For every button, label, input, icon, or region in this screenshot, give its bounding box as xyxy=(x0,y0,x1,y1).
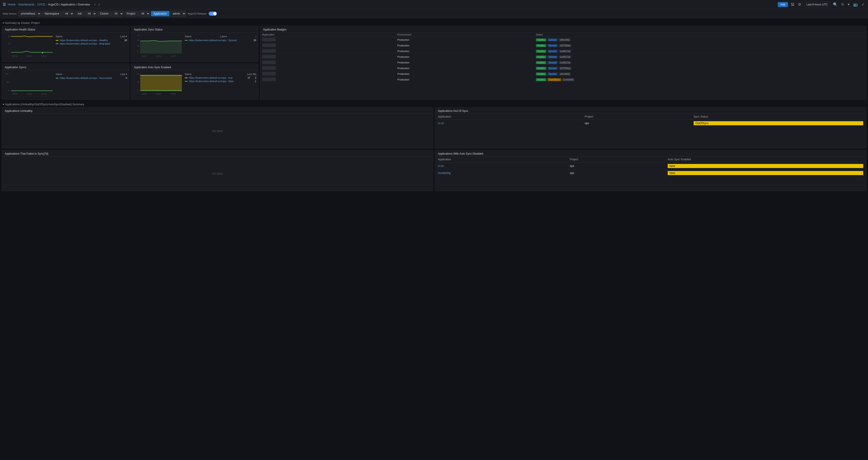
main-content: Summary by Cluster, Project Application … xyxy=(0,18,868,193)
svg-text:0: 0 xyxy=(8,50,9,52)
syncs-legend-row-1: https://kubernetes.default.svc/ops - Suc… xyxy=(56,76,127,79)
nav-cicd[interactable]: CI/CD xyxy=(37,3,45,6)
svg-text:12:00: 12:00 xyxy=(41,55,46,57)
nav-dashboards[interactable]: Dashboards xyxy=(19,3,34,6)
application-select[interactable]: admin xyxy=(170,11,186,17)
badge-status-cell: Healthy Synced (ce8517d) xyxy=(534,49,866,54)
svg-text:08:00: 08:00 xyxy=(12,55,18,57)
oos-sync-status: OutOfSync xyxy=(691,120,866,127)
badge-app-cell xyxy=(260,49,396,54)
zoom-icon[interactable]: 🔍 xyxy=(832,1,838,7)
badge-row: Production Healthy Synced (62750da) xyxy=(260,65,866,71)
auto-sync-legend: Name Last Ma https://kubernetes.default.… xyxy=(185,72,256,97)
job-select[interactable]: All xyxy=(85,11,97,17)
health-legend-row-2: https://kubernetes.default.svc/ops - Deg… xyxy=(56,42,127,45)
project-select[interactable]: All xyxy=(138,11,150,17)
datasource-filter: Data Source prometheus xyxy=(2,11,41,17)
job-filter: Job All xyxy=(75,11,96,17)
badge-app-cell xyxy=(260,71,396,77)
svg-text:100: 100 xyxy=(5,73,8,75)
section2-header[interactable]: Applications (Unhealthy/OutOfSync/AutoSy… xyxy=(2,101,866,107)
namespace-select[interactable]: All xyxy=(62,11,74,17)
asd-false-value: false xyxy=(668,171,863,175)
badge-status-cell: Healthy OutOfSync (1ee59d8) xyxy=(534,77,866,83)
syncs-legend-last-header: Last ▾ xyxy=(120,73,127,76)
nav-icons: Add 🖫 ⚙ Last 6 hours UTC 🔍 ↻ ▾ 📺 ⤢ xyxy=(778,1,865,7)
share-icon[interactable]: ⤢ xyxy=(98,3,100,6)
sync-badge: Synced xyxy=(548,56,558,58)
application-button[interactable]: Application xyxy=(151,11,169,17)
oos-col-app: Application xyxy=(435,114,582,120)
settings-icon[interactable]: ⚙ xyxy=(797,1,802,7)
svg-text:0: 0 xyxy=(137,51,138,53)
cluster-button[interactable]: Cluster xyxy=(97,11,111,17)
health-badge: Healthy xyxy=(536,38,546,41)
oos-sync-value: OutOfSync xyxy=(694,121,863,125)
argocd-release-label: ArgoCD Release xyxy=(187,12,208,15)
health-badge: Healthy xyxy=(536,67,546,70)
namespace-button[interactable]: Namespace xyxy=(42,11,62,17)
auto-sync-content: 40 20 0 08:00 10: xyxy=(131,70,258,99)
app-image xyxy=(262,78,276,81)
badge-row: Production Healthy Synced (62750da) xyxy=(260,43,866,49)
auto-sync-title: Application Auto Sync Enabled xyxy=(131,64,258,70)
chevron-down-icon[interactable]: ▾ xyxy=(847,1,850,7)
badge-status-cell: Healthy Synced (62750da) xyxy=(534,43,866,49)
cluster-select[interactable]: All xyxy=(112,11,123,17)
datasource-select[interactable]: prometheus xyxy=(18,11,41,17)
star-icon[interactable]: ☆ xyxy=(94,3,96,6)
badges-col-app: Application xyxy=(260,32,396,37)
asd-value: false xyxy=(665,162,866,170)
badge-env-cell: Production xyxy=(396,77,534,83)
oos-app-link[interactable]: ci-cd xyxy=(438,122,443,125)
badge-env-cell: Production xyxy=(396,54,534,60)
health-badge: Healthy xyxy=(536,78,546,81)
project-button[interactable]: Project xyxy=(124,11,138,17)
sync-status-chart: 75 50 25 0 08:00 10:00 xyxy=(133,34,183,60)
app-image xyxy=(262,60,276,64)
asd-col-project: Project xyxy=(567,156,665,162)
hash-badge: (1ee59d8) xyxy=(562,78,575,81)
hash-badge: (62750da) xyxy=(559,44,571,47)
nav-home[interactable]: Home xyxy=(8,3,16,6)
badges-panel: Application Badges Application Environme… xyxy=(260,26,866,100)
hamburger-icon[interactable]: ☰ xyxy=(3,2,6,7)
sync-status-name-header: Name xyxy=(185,35,191,38)
app-image xyxy=(262,72,276,75)
badge-status-cell: Healthy Synced (ce8517d) xyxy=(534,60,866,65)
oos-app: ci-cd xyxy=(435,120,582,127)
svg-text:12:00: 12:00 xyxy=(41,93,46,95)
job-button[interactable]: Job xyxy=(75,11,84,17)
hash-badge: (3fecc66) xyxy=(559,38,570,41)
syncs-chart-svg: 100 50 0 08:00 10:00 12:00 xyxy=(4,72,54,97)
badge-row: Production Healthy Synced (4e14fa5) xyxy=(260,71,866,77)
asd-app-link[interactable]: ci-cd xyxy=(438,164,443,167)
badge-row: Production Healthy OutOfSync (1ee59d8) xyxy=(260,77,866,83)
add-button[interactable]: Add xyxy=(778,2,788,7)
unhealthy-panel: Applications Unhealthy No data xyxy=(2,107,433,148)
badge-status-cell: Healthy Synced (62750da) xyxy=(534,65,866,71)
failed-sync-content: No data xyxy=(2,156,433,191)
badge-row: Production Healthy Synced (ce8517d) xyxy=(260,49,866,54)
expand-icon[interactable]: ⤢ xyxy=(861,1,865,7)
health-badge: Healthy xyxy=(536,61,546,64)
refresh-icon[interactable]: ↻ xyxy=(840,1,845,7)
asd-app-link[interactable]: monitoring xyxy=(438,172,451,175)
auto-sync-disabled-table: Application Project Auto Sync Enabled ci… xyxy=(435,156,866,177)
syncs-dot xyxy=(56,78,58,79)
badge-env-cell: Production xyxy=(396,43,534,49)
argocd-release-toggle-btn[interactable] xyxy=(209,11,217,16)
syncs-chart: 100 50 0 08:00 10:00 12:00 xyxy=(4,72,54,97)
time-range-button[interactable]: Last 6 hours UTC xyxy=(804,2,830,7)
unhealthy-no-data: No data xyxy=(4,116,431,146)
auto-sync-name-1: https://kubernetes.default.svc/ops - tru… xyxy=(189,76,244,79)
save-icon[interactable]: 🖫 xyxy=(790,2,795,7)
sync-status-dot xyxy=(185,40,188,41)
tv-icon[interactable]: 📺 xyxy=(852,1,859,7)
section1-header[interactable]: Summary by Cluster, Project xyxy=(2,20,866,26)
legend-dot-yellow xyxy=(56,40,58,41)
badge-app-cell xyxy=(260,37,396,43)
sync-status-svg: 75 50 25 0 08:00 10:00 xyxy=(133,34,183,59)
badges-table: Application Environment Status Productio… xyxy=(260,32,866,83)
bottom-row-1: Applications Unhealthy No data Applicati… xyxy=(2,107,866,148)
